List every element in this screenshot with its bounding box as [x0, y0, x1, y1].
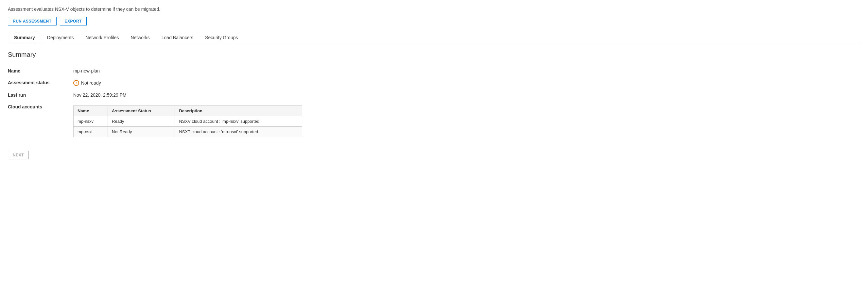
tab-networks[interactable]: Networks: [125, 32, 155, 43]
col-header-description: Description: [175, 106, 302, 116]
last-run-value: Nov 22, 2020, 2:59:29 PM: [73, 93, 860, 98]
row2-name: mp-nsxt: [73, 127, 108, 137]
row1-name: mp-nsxv: [73, 116, 108, 127]
export-button[interactable]: EXPORT: [60, 17, 87, 26]
name-label: Name: [8, 68, 73, 73]
tab-deployments[interactable]: Deployments: [41, 32, 80, 43]
assessment-status-value: ! Not ready: [73, 80, 860, 86]
col-header-name: Name: [73, 106, 108, 116]
next-button[interactable]: NEXT: [8, 151, 29, 159]
name-value: mp-new-plan: [73, 68, 860, 73]
tab-summary[interactable]: Summary: [8, 32, 41, 43]
tab-security-groups[interactable]: Security Groups: [199, 32, 244, 43]
tabs-bar: Summary Deployments Network Profiles Net…: [8, 32, 860, 43]
row1-assessment-status: Ready: [108, 116, 175, 127]
assessment-status-label: Assessment status: [8, 80, 73, 85]
row2-description: NSXT cloud account : 'mp-nsxt' supported…: [175, 127, 302, 137]
col-header-assessment-status: Assessment Status: [108, 106, 175, 116]
last-run-row: Last run Nov 22, 2020, 2:59:29 PM: [8, 89, 860, 101]
cloud-accounts-label: Cloud accounts: [8, 104, 73, 109]
cloud-accounts-table: Name Assessment Status Description mp-ns…: [73, 106, 302, 137]
assessment-status-text: Not ready: [81, 80, 101, 85]
row2-assessment-status: Not Ready: [108, 127, 175, 137]
row1-description: NSXV cloud account : 'mp-nsxv' supported…: [175, 116, 302, 127]
tab-load-balancers[interactable]: Load Balancers: [156, 32, 199, 43]
tab-network-profiles[interactable]: Network Profiles: [80, 32, 125, 43]
section-title: Summary: [8, 51, 860, 59]
warning-icon: !: [73, 80, 79, 86]
cloud-accounts-section: Cloud accounts Name Assessment Status De…: [8, 101, 860, 140]
name-row: Name mp-new-plan: [8, 65, 860, 77]
next-btn-row: NEXT: [8, 151, 860, 159]
table-row: mp-nsxt Not Ready NSXT cloud account : '…: [73, 127, 302, 137]
assessment-status-row: Assessment status ! Not ready: [8, 77, 860, 89]
page-description: Assessment evaluates NSX-V objects to de…: [8, 6, 860, 12]
last-run-label: Last run: [8, 93, 73, 98]
table-row: mp-nsxv Ready NSXV cloud account : 'mp-n…: [73, 116, 302, 127]
run-assessment-button[interactable]: RUN ASSESSMENT: [8, 17, 57, 26]
toolbar: RUN ASSESSMENT EXPORT: [8, 17, 860, 26]
